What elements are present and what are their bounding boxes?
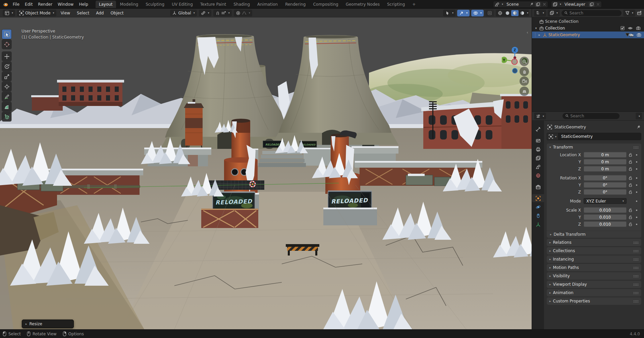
outliner-filter-dropdown[interactable]: ▾ bbox=[623, 10, 635, 16]
tool-move[interactable] bbox=[2, 52, 11, 61]
keyframe-dot[interactable] bbox=[634, 201, 639, 202]
outliner-filter-display-dropdown[interactable]: ▾ bbox=[548, 10, 560, 16]
tab-object-data[interactable] bbox=[532, 220, 544, 228]
properties-search[interactable] bbox=[562, 113, 620, 119]
scene-selector[interactable]: ▾ Scene bbox=[493, 1, 548, 8]
shading-wireframe-button[interactable] bbox=[496, 10, 504, 16]
xray-toggle[interactable] bbox=[485, 10, 494, 16]
properties-search-input[interactable] bbox=[570, 114, 616, 118]
lock-icon[interactable] bbox=[627, 208, 634, 212]
panel-grip[interactable] bbox=[633, 258, 639, 261]
tab-scene[interactable] bbox=[532, 163, 544, 171]
viewport-3d[interactable]: RELOADED RELOADED bbox=[0, 17, 532, 329]
outliner-row-staticgeometry[interactable]: │ ▸ StaticGeometry 7K7K bbox=[532, 32, 644, 38]
viewlayer-selector[interactable]: ▾ ViewLayer bbox=[551, 1, 602, 8]
new-collection-icon[interactable] bbox=[637, 10, 642, 15]
tab-constraints[interactable] bbox=[532, 212, 544, 220]
tab-modeling[interactable]: Modeling bbox=[117, 1, 142, 8]
tab-rendering[interactable]: Rendering bbox=[282, 1, 309, 8]
panel-grip[interactable] bbox=[633, 267, 639, 269]
tab-collection[interactable] bbox=[532, 183, 544, 191]
panel-motion-paths[interactable]: ▸Motion Paths bbox=[547, 264, 641, 271]
viewport-scene[interactable]: RELOADED RELOADED bbox=[0, 17, 532, 329]
shading-solid-button[interactable] bbox=[504, 10, 511, 16]
panel-instancing[interactable]: ▸Instancing bbox=[547, 256, 641, 263]
lock-icon[interactable] bbox=[627, 167, 634, 171]
rotation-z-field[interactable]: 0° bbox=[584, 189, 627, 195]
scale-x-field[interactable]: 0.010 bbox=[584, 207, 627, 213]
tool-measure[interactable] bbox=[2, 102, 11, 111]
expand-caret[interactable]: ▾ bbox=[534, 26, 538, 30]
proportional-editing-controls[interactable]: ▾ bbox=[234, 10, 252, 16]
panel-visibility[interactable]: ▸Visibility bbox=[547, 272, 641, 280]
menu-add[interactable]: Add bbox=[94, 10, 106, 16]
keyframe-dot[interactable] bbox=[634, 161, 639, 163]
tab-output[interactable] bbox=[532, 145, 544, 153]
panel-viewport-display[interactable]: ▸Viewport Display bbox=[547, 281, 641, 288]
editor-type-button[interactable]: ▾ bbox=[3, 10, 15, 16]
tool-annotate[interactable] bbox=[2, 92, 11, 101]
rotation-x-field[interactable]: 0° bbox=[584, 175, 627, 181]
snap-controls[interactable]: ▾ bbox=[213, 10, 232, 16]
gizmo-y-label[interactable]: Y bbox=[502, 58, 505, 62]
lock-icon[interactable] bbox=[627, 160, 634, 164]
keyframe-dot[interactable] bbox=[634, 154, 639, 156]
panel-grip[interactable] bbox=[633, 146, 639, 149]
location-y-field[interactable]: 0 m bbox=[584, 159, 627, 165]
tab-animation[interactable]: Animation bbox=[254, 1, 281, 8]
menu-edit[interactable]: Edit bbox=[22, 1, 35, 8]
keyframe-dot[interactable] bbox=[634, 177, 639, 179]
tab-shading[interactable]: Shading bbox=[230, 1, 253, 8]
show-overlays-toggle[interactable]: ▾ bbox=[471, 10, 484, 16]
panel-grip[interactable] bbox=[633, 250, 639, 252]
panel-grip[interactable] bbox=[633, 241, 639, 244]
tab-uv-editing[interactable]: UV Editing bbox=[168, 1, 196, 8]
hide-eye-icon[interactable] bbox=[629, 33, 633, 37]
tab-tool[interactable] bbox=[532, 125, 544, 133]
transform-panel-header[interactable]: ▾ Transform bbox=[547, 144, 641, 151]
snap-magnet-icon[interactable] bbox=[215, 11, 220, 15]
tab-texture-paint[interactable]: Texture Paint bbox=[197, 1, 229, 8]
new-scene-button[interactable] bbox=[535, 2, 541, 7]
location-x-field[interactable]: 0 m bbox=[584, 152, 627, 158]
disable-render-camera-icon[interactable] bbox=[637, 33, 641, 37]
remove-viewlayer-button[interactable] bbox=[596, 2, 600, 6]
properties-options-dropdown[interactable]: ▾ bbox=[636, 113, 642, 119]
tab-layout[interactable]: Layout bbox=[96, 1, 116, 8]
lock-icon[interactable] bbox=[627, 222, 634, 226]
menu-object[interactable]: Object bbox=[108, 10, 126, 16]
panel-delta-transform[interactable]: ▸ Delta Transform bbox=[547, 231, 641, 238]
properties-editor-type-button[interactable]: ▾ bbox=[534, 113, 546, 119]
menu-file[interactable]: File bbox=[10, 1, 22, 8]
hide-eye-icon[interactable] bbox=[628, 26, 633, 31]
outliner-row-scene-collection[interactable]: Scene Collection bbox=[532, 18, 644, 25]
pin-icon[interactable] bbox=[529, 2, 534, 6]
tool-transform[interactable] bbox=[2, 82, 11, 91]
keyframe-dot[interactable] bbox=[634, 224, 639, 225]
panel-grip[interactable] bbox=[633, 275, 639, 277]
lock-icon[interactable] bbox=[627, 153, 634, 157]
lock-icon[interactable] bbox=[627, 215, 634, 219]
location-z-field[interactable]: 0 m bbox=[584, 166, 627, 172]
object-name-input[interactable]: StaticGeometry bbox=[558, 133, 641, 140]
zoom-button[interactable] bbox=[520, 57, 529, 66]
sidebar-collapse-arrow[interactable]: ‹ bbox=[527, 30, 528, 35]
tool-select-box[interactable] bbox=[2, 30, 11, 39]
shading-rendered-button[interactable] bbox=[519, 10, 526, 16]
panel-collections[interactable]: ▸Collections bbox=[547, 247, 641, 255]
lock-icon[interactable] bbox=[627, 190, 634, 194]
keyframe-dot[interactable] bbox=[634, 210, 639, 211]
perspective-toggle-button[interactable] bbox=[520, 87, 529, 96]
lock-icon[interactable] bbox=[627, 176, 634, 180]
proportional-editing-icon[interactable] bbox=[236, 11, 240, 15]
outliner-search[interactable] bbox=[561, 10, 622, 16]
tab-sculpting[interactable]: Sculpting bbox=[142, 1, 168, 8]
outliner-search-input[interactable] bbox=[570, 11, 619, 15]
blender-logo-icon[interactable] bbox=[2, 1, 9, 8]
gizmo-z-label[interactable]: Z bbox=[514, 48, 516, 52]
add-workspace-button[interactable]: + bbox=[409, 1, 419, 8]
menu-help[interactable]: Help bbox=[76, 1, 91, 8]
tool-cursor[interactable] bbox=[2, 40, 11, 49]
tab-render[interactable] bbox=[532, 136, 544, 145]
pivot-point-dropdown[interactable]: ▾ bbox=[199, 10, 211, 16]
